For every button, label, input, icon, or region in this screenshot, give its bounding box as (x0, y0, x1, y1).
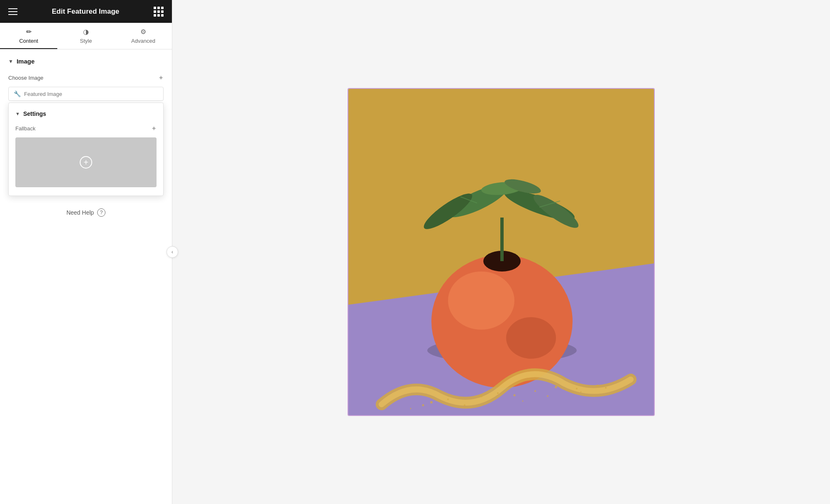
svg-point-22 (580, 391, 582, 393)
help-circle-icon: ? (97, 208, 105, 217)
svg-point-21 (547, 395, 548, 397)
svg-point-16 (597, 385, 599, 387)
fallback-image-placeholder[interactable]: + (15, 137, 157, 187)
svg-point-19 (464, 404, 465, 406)
sidebar-header: Edit Featured Image (0, 0, 172, 23)
tab-advanced-label: Advanced (131, 38, 155, 44)
main-canvas: ‹ (172, 0, 830, 504)
svg-point-4 (448, 272, 514, 330)
need-help-label: Need Help (66, 209, 94, 216)
fallback-row: Fallback ✦ (15, 125, 157, 132)
svg-point-15 (576, 388, 578, 389)
apps-icon[interactable] (154, 7, 164, 17)
tab-content[interactable]: ✏ Content (0, 23, 57, 49)
tab-content-label: Content (19, 38, 38, 44)
tab-style[interactable]: ◑ Style (57, 23, 115, 49)
sidebar-content: ▼ Image Choose Image ✦ 🔧 ▼ Settings (0, 49, 172, 504)
chevron-down-icon: ▼ (8, 59, 13, 64)
crosshair-icon[interactable]: ✦ (158, 74, 164, 82)
svg-point-23 (605, 387, 607, 389)
tab-bar: ✏ Content ◑ Style ⚙ Advanced (0, 23, 172, 49)
page-title: Edit Featured Image (52, 7, 119, 16)
image-section-header[interactable]: ▼ Image (8, 58, 164, 65)
pencil-icon: ✏ (26, 29, 32, 35)
collapse-sidebar-button[interactable]: ‹ (166, 246, 178, 258)
choose-image-label: Choose Image (8, 75, 44, 81)
svg-point-20 (522, 401, 524, 402)
settings-dropdown: ▼ Settings Fallback ✦ + (8, 103, 164, 196)
halfcircle-icon: ◑ (83, 29, 89, 35)
settings-header[interactable]: ▼ Settings (15, 110, 157, 117)
image-section-title: Image (17, 58, 34, 65)
svg-point-14 (555, 386, 557, 388)
need-help-button[interactable]: Need Help ? (0, 196, 172, 225)
svg-point-10 (480, 395, 482, 397)
image-section: ▼ Image Choose Image ✦ 🔧 ▼ Settings (0, 49, 172, 196)
fallback-label: Fallback (15, 125, 35, 132)
gear-icon: ⚙ (140, 29, 146, 35)
plant-image (348, 89, 655, 416)
sidebar: Edit Featured Image ✏ Content ◑ Style ⚙ … (0, 0, 172, 504)
svg-point-5 (506, 317, 556, 359)
tab-style-label: Style (80, 38, 92, 44)
add-fallback-icon[interactable]: + (80, 156, 92, 169)
fallback-crosshair-icon[interactable]: ✦ (151, 125, 157, 132)
settings-chevron-icon: ▼ (15, 111, 20, 116)
choose-image-row: Choose Image ✦ (8, 74, 164, 82)
svg-point-12 (514, 394, 516, 396)
svg-point-11 (497, 392, 499, 394)
svg-point-7 (430, 401, 433, 404)
tab-advanced[interactable]: ⚙ Advanced (115, 23, 172, 49)
svg-point-18 (410, 408, 411, 409)
settings-title: Settings (23, 110, 46, 117)
svg-point-9 (422, 404, 424, 406)
image-input-field[interactable] (24, 91, 158, 97)
svg-point-13 (534, 390, 536, 392)
svg-point-8 (447, 399, 449, 400)
hamburger-icon[interactable] (8, 8, 17, 15)
featured-image-input[interactable]: 🔧 (8, 87, 164, 101)
svg-point-17 (613, 382, 615, 384)
featured-image-frame (348, 88, 655, 416)
link-icon: 🔧 (14, 91, 21, 97)
